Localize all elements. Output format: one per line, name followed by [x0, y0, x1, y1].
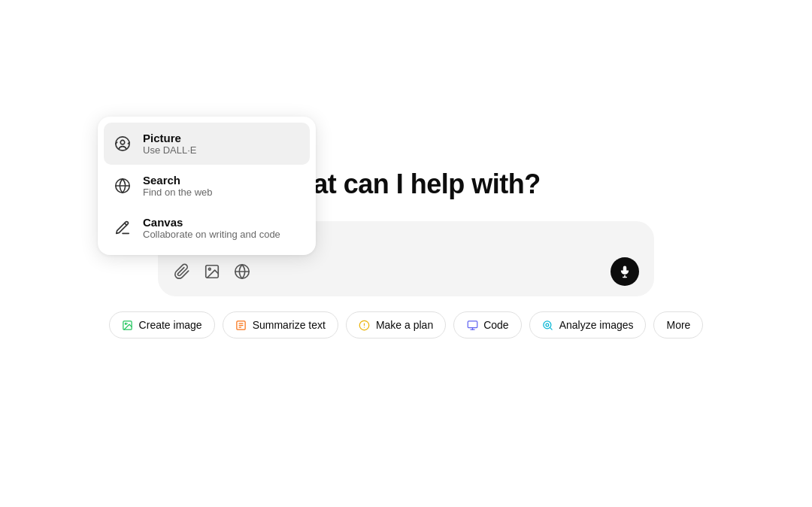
- suggestion-chips: Create image Summarize text: [109, 311, 704, 339]
- image-browse-icon[interactable]: [203, 263, 221, 281]
- svg-point-1: [120, 140, 125, 144]
- svg-point-0: [116, 137, 129, 150]
- summarize-chip-icon: [235, 319, 247, 331]
- chip-more-label: More: [666, 319, 690, 331]
- create-image-chip-icon: [122, 319, 134, 331]
- attach-icon[interactable]: [173, 263, 191, 281]
- chip-analyze[interactable]: Analyze images: [529, 311, 647, 339]
- svg-point-27: [546, 323, 549, 326]
- input-toolbar: [173, 257, 639, 286]
- chip-code-label: Code: [483, 319, 508, 331]
- globe-icon[interactable]: [233, 263, 251, 281]
- voice-button[interactable]: [611, 257, 639, 286]
- svg-point-14: [125, 323, 126, 324]
- plan-chip-icon: [359, 319, 371, 331]
- canvas-icon: [113, 218, 132, 238]
- chip-create-image-label: Create image: [139, 319, 202, 331]
- chip-create-image[interactable]: Create image: [109, 311, 215, 339]
- search-desc: Find on the web: [143, 187, 213, 198]
- search-globe-icon: [113, 176, 132, 196]
- picture-title: Picture: [143, 132, 197, 144]
- menu-item-search[interactable]: Search Find on the web: [104, 165, 310, 207]
- search-text: Search Find on the web: [143, 174, 213, 198]
- code-chip-icon: [466, 319, 478, 331]
- chip-more[interactable]: More: [653, 311, 703, 339]
- menu-item-picture[interactable]: Picture Use DALL·E: [104, 123, 310, 165]
- popup-menu: Picture Use DALL·E Search Find on the we…: [98, 117, 316, 255]
- picture-desc: Use DALL·E: [143, 144, 197, 156]
- search-title: Search: [143, 174, 213, 187]
- chip-analyze-label: Analyze images: [559, 319, 634, 331]
- canvas-title: Canvas: [143, 216, 280, 229]
- picture-text: Picture Use DALL·E: [143, 132, 197, 156]
- analyze-chip-icon: [542, 319, 554, 331]
- chip-summarize[interactable]: Summarize text: [223, 311, 338, 339]
- picture-icon: [113, 134, 132, 153]
- canvas-desc: Collaborate on writing and code: [143, 229, 280, 240]
- svg-point-7: [208, 268, 211, 270]
- svg-rect-23: [468, 320, 477, 327]
- input-icon-group: [173, 263, 251, 281]
- svg-line-28: [550, 327, 553, 329]
- canvas-text: Canvas Collaborate on writing and code: [143, 216, 280, 240]
- menu-item-canvas[interactable]: Canvas Collaborate on writing and code: [104, 207, 310, 249]
- chip-plan-label: Make a plan: [376, 319, 433, 331]
- chip-summarize-label: Summarize text: [253, 319, 326, 331]
- chip-code[interactable]: Code: [453, 311, 521, 339]
- chip-plan[interactable]: Make a plan: [346, 311, 446, 339]
